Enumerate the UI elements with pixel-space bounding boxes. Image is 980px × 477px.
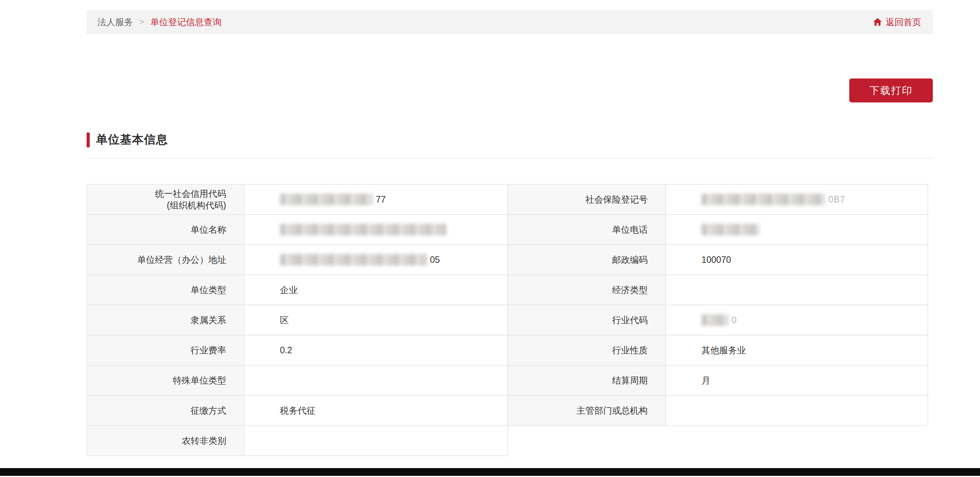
- field-value: 77: [244, 185, 508, 215]
- field-value-text: 0.2: [280, 345, 292, 356]
- breadcrumb-root-link[interactable]: 法人服务: [97, 16, 133, 28]
- field-label: 主管部门或总机构: [508, 396, 666, 426]
- field-label: 隶属关系: [87, 305, 244, 336]
- field-value: 其他服务业: [666, 336, 928, 366]
- field-value-text: 企业: [280, 284, 298, 296]
- field-value: 05: [244, 245, 508, 275]
- redacted-value: [702, 194, 825, 205]
- field-label: 邮政编码: [508, 245, 666, 275]
- visible-fragment: 05: [430, 255, 440, 265]
- breadcrumb-separator: >: [139, 17, 144, 27]
- field-value: 企业: [244, 275, 508, 305]
- field-label: 社会保险登记号: [508, 185, 666, 215]
- redacted-value: [702, 314, 729, 326]
- field-value-text: 税务代征: [280, 405, 316, 417]
- return-home-link[interactable]: 返回首页: [872, 16, 921, 28]
- home-icon: [872, 17, 883, 27]
- toolbar: 下载打印: [87, 78, 933, 102]
- table-row: 行业费率 0.2 行业性质 其他服务业: [87, 336, 928, 366]
- field-value: [244, 426, 508, 456]
- field-label: 征缴方式: [87, 396, 244, 426]
- section-header: 单位基本信息: [87, 132, 933, 148]
- bottom-black-bar: [0, 468, 980, 476]
- download-print-button[interactable]: 下载打印: [849, 78, 933, 102]
- section-divider: [87, 158, 933, 158]
- return-home-label: 返回首页: [886, 16, 921, 28]
- table-row: 隶属关系 区 行业代码 0: [87, 305, 928, 336]
- field-value: 0.2: [244, 336, 508, 366]
- table-row: 农转非类别: [87, 426, 509, 456]
- field-value: 100070: [666, 245, 928, 275]
- field-value: [244, 366, 508, 396]
- field-label: 特殊单位类型: [87, 366, 244, 396]
- field-value-text: 月: [702, 375, 710, 387]
- field-label: 单位类型: [87, 275, 244, 305]
- field-value: 区: [244, 305, 508, 336]
- field-value: 月: [666, 366, 928, 396]
- field-value: [666, 215, 928, 245]
- field-label: 结算周期: [508, 366, 666, 396]
- field-value-text: 区: [280, 314, 289, 326]
- field-label: 统一社会信用代码 (组织机构代码): [87, 185, 244, 215]
- field-value: [666, 275, 928, 305]
- redacted-value: [702, 224, 760, 235]
- page-content: 法人服务 > 单位登记信息查询 返回首页 下载打印 单位基本信息 统一社会信用代…: [87, 10, 933, 456]
- field-label: 单位名称: [87, 215, 244, 245]
- visible-fragment: 0B7: [828, 194, 845, 205]
- field-value: 0: [666, 305, 928, 336]
- breadcrumb: 法人服务 > 单位登记信息查询: [97, 16, 222, 28]
- field-value: 税务代征: [244, 396, 508, 426]
- visible-fragment: 77: [376, 194, 386, 205]
- table-row: 特殊单位类型 结算周期 月: [87, 366, 928, 396]
- table-row: 单位类型 企业 经济类型: [87, 275, 928, 305]
- field-value-text: 其他服务业: [702, 344, 746, 356]
- section-accent-bar: [87, 133, 90, 147]
- field-label: 农转非类别: [87, 426, 244, 456]
- redacted-value: [280, 224, 446, 235]
- redacted-value: [280, 254, 427, 266]
- unit-info-table: 统一社会信用代码 (组织机构代码) 77 社会保险登记号 0B7 单位名称 单位…: [87, 184, 928, 456]
- breadcrumb-current: 单位登记信息查询: [150, 16, 222, 28]
- table-row: 单位名称 单位电话: [87, 215, 928, 245]
- field-value: 0B7: [666, 185, 928, 215]
- table-row: 征缴方式 税务代征 主管部门或总机构: [87, 396, 928, 426]
- field-label: 经济类型: [508, 275, 666, 305]
- breadcrumb-bar: 法人服务 > 单位登记信息查询 返回首页: [87, 10, 933, 34]
- field-label: 单位电话: [508, 215, 666, 245]
- field-value: [666, 396, 928, 426]
- table-row: 单位经营（办公）地址 05 邮政编码 100070: [87, 245, 928, 275]
- table-row: 统一社会信用代码 (组织机构代码) 77 社会保险登记号 0B7: [87, 185, 928, 215]
- field-label: 行业费率: [87, 336, 244, 366]
- field-label: 行业代码: [508, 305, 666, 336]
- field-value: [244, 215, 508, 245]
- section-title: 单位基本信息: [96, 132, 168, 148]
- field-value-text: 100070: [702, 255, 731, 265]
- visible-fragment: 0: [732, 315, 737, 325]
- redacted-value: [280, 194, 373, 205]
- field-label: 行业性质: [508, 336, 666, 366]
- field-label: 单位经营（办公）地址: [87, 245, 244, 275]
